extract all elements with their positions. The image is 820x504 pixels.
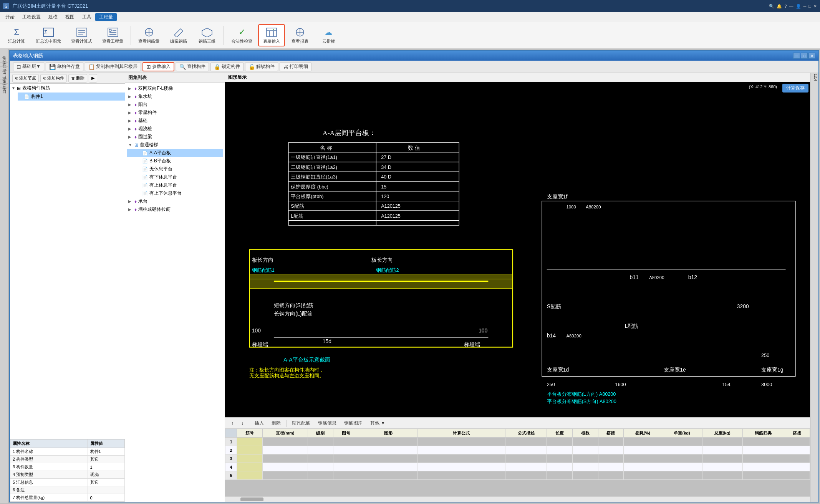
data-cell-1-10[interactable] (662, 446, 702, 454)
expand-btn[interactable]: ▶ (89, 74, 97, 83)
toolbar-view-engineering[interactable]: 查看工程量 (98, 24, 128, 46)
props-row-6[interactable]: 7 构件总重量(kg)0 (10, 494, 125, 502)
rebar-library-btn[interactable]: 钢筋图库 (341, 419, 366, 427)
middle-tree-item-12[interactable]: 📄 有上休息平台 (127, 181, 223, 189)
data-cell-2-11[interactable] (702, 454, 742, 463)
dash-icon[interactable]: — (789, 4, 793, 8)
data-cell-4-6[interactable] (547, 471, 573, 480)
data-cell-4-3[interactable] (359, 471, 417, 480)
props-row-1[interactable]: 2 构件类型其它 (10, 456, 125, 463)
bell-icon[interactable]: 🔔 (777, 4, 782, 9)
rebar-num-cell-1[interactable] (237, 446, 263, 454)
data-cell-3-8[interactable] (598, 463, 624, 471)
middle-tree-item-11[interactable]: 📄 有下休息平台 (127, 173, 223, 181)
insert-btn[interactable]: 插入 (252, 419, 267, 427)
props-row-3[interactable]: 4 预制类型现浇 (10, 471, 125, 479)
data-cell-4-5[interactable] (505, 471, 547, 480)
data-cell-0-13[interactable] (784, 438, 810, 446)
lock-component-btn[interactable]: 🔒 锁定构件 (210, 62, 244, 71)
window-minimize[interactable]: ─ (793, 53, 800, 59)
data-cell-4-10[interactable] (662, 471, 702, 480)
data-table-row[interactable]: 2 (225, 446, 810, 454)
rebar-info-btn[interactable]: 钢筋信息 (315, 419, 340, 427)
data-cell-1-8[interactable] (598, 446, 624, 454)
prop-value-cell[interactable]: 现浇 (88, 471, 124, 479)
props-row-5[interactable]: 6 备注 (10, 486, 125, 494)
sidebar-item-6[interactable]: 板 (0, 76, 8, 79)
middle-tree-item-13[interactable]: 📄 有上下休息平台 (127, 189, 223, 197)
window-close[interactable]: ✕ (808, 53, 815, 59)
middle-tree-item-7[interactable]: ▼ ⊞ 普通楼梯 (127, 141, 223, 149)
data-cell-2-10[interactable] (662, 454, 702, 463)
add-component-btn[interactable]: ⊕ 添加构件 (40, 74, 67, 83)
copy-component-btn[interactable]: 📋 复制构件到其它楼层 (85, 62, 141, 71)
data-cell-1-6[interactable] (547, 446, 573, 454)
window-maximize[interactable]: □ (801, 53, 808, 59)
data-cell-0-1[interactable] (308, 438, 333, 446)
calc-save-btn[interactable]: 计算保存 (782, 84, 808, 93)
data-cell-2-4[interactable] (417, 454, 505, 463)
data-cell-4-2[interactable] (333, 471, 359, 480)
data-cell-0-6[interactable] (547, 438, 573, 446)
middle-tree-item-14[interactable]: ▶ ♦ 承台 (127, 197, 223, 205)
data-cell-3-10[interactable] (662, 463, 702, 471)
props-row-4[interactable]: 5 汇总信息其它 (10, 479, 125, 486)
data-cell-0-8[interactable] (598, 438, 624, 446)
middle-tree-item-15[interactable]: ▶ ♦ 墙柱或砌体拉筋 (127, 205, 223, 213)
data-cell-0-7[interactable] (572, 438, 598, 446)
data-cell-3-5[interactable] (505, 463, 547, 471)
data-cell-0-4[interactable] (417, 438, 505, 446)
menu-start[interactable]: 开始 (2, 13, 18, 21)
toolbar-legal-check[interactable]: ✓ 合法性检查 (227, 24, 257, 46)
data-cell-1-5[interactable] (505, 446, 547, 454)
middle-tree-item-1[interactable]: ▶ ♦ 集水坑 (127, 93, 223, 101)
data-cell-2-8[interactable] (598, 454, 624, 463)
data-cell-0-10[interactable] (662, 438, 702, 446)
data-cell-3-0[interactable] (262, 463, 308, 471)
data-cell-3-12[interactable] (742, 463, 784, 471)
data-cell-4-1[interactable] (308, 471, 333, 480)
data-cell-2-2[interactable] (333, 454, 359, 463)
data-cell-4-4[interactable] (417, 471, 505, 480)
delete-row-btn[interactable]: 删除 (268, 419, 284, 427)
data-cell-4-0[interactable] (262, 471, 308, 480)
toolbar-rebar-3d[interactable]: 钢筋三维 (194, 24, 220, 46)
scrollbar-thumb[interactable] (240, 497, 263, 501)
data-cell-0-11[interactable] (702, 438, 742, 446)
data-cell-4-9[interactable] (624, 471, 662, 480)
data-cell-3-9[interactable] (624, 463, 662, 471)
data-cell-1-0[interactable] (262, 446, 308, 454)
sidebar-item-5[interactable]: 梁 (0, 72, 8, 75)
sidebar-item-7[interactable]: 基 (0, 80, 8, 84)
menu-engineering[interactable]: 工程量 (95, 13, 117, 21)
middle-tree-item-5[interactable]: ▶ ♦ 现浇桩 (127, 125, 223, 133)
sidebar-item-3[interactable]: 墙 (0, 63, 8, 67)
sidebar-item-0[interactable]: 常 (0, 51, 8, 54)
props-row-0[interactable]: 1 构件名称构件1 (10, 448, 125, 456)
question-icon[interactable]: ? (784, 4, 787, 8)
data-cell-0-5[interactable] (505, 438, 547, 446)
toolbar-cloud-index[interactable]: ☁ 云指标 (315, 24, 342, 46)
scale-rebar-btn[interactable]: 缩尺配筋 (289, 419, 313, 427)
data-cell-1-4[interactable] (417, 446, 505, 454)
data-cell-1-9[interactable] (624, 446, 662, 454)
data-cell-0-12[interactable] (742, 438, 784, 446)
data-cell-1-2[interactable] (333, 446, 359, 454)
data-cell-1-1[interactable] (308, 446, 333, 454)
data-cell-0-0[interactable] (262, 438, 308, 446)
data-table-row[interactable]: 3 (225, 454, 810, 463)
data-table-row[interactable]: 4 (225, 463, 810, 471)
close-icon[interactable]: ✕ (813, 4, 817, 9)
menu-model[interactable]: 建模 (45, 13, 61, 21)
data-cell-4-11[interactable] (702, 471, 742, 480)
floor-dropdown[interactable]: ⊟ 基础层▼ (13, 62, 44, 71)
menu-tools[interactable]: 工具 (78, 13, 95, 21)
title-controls[interactable]: 🔍 🔔 ? — 👤 ─ □ ✕ (769, 4, 817, 9)
toolbar-view-rebar[interactable]: 查看钢筋量 (134, 24, 164, 46)
sidebar-item-2[interactable]: 柱 (0, 59, 8, 63)
middle-tree-item-6[interactable]: ▶ ♦ 圈过梁 (127, 133, 223, 141)
data-table-row[interactable]: 5 (225, 471, 810, 480)
data-cell-3-2[interactable] (333, 463, 359, 471)
middle-tree-item-8[interactable]: 📄 A-A平台板 (127, 149, 223, 157)
data-cell-3-13[interactable] (784, 463, 810, 471)
